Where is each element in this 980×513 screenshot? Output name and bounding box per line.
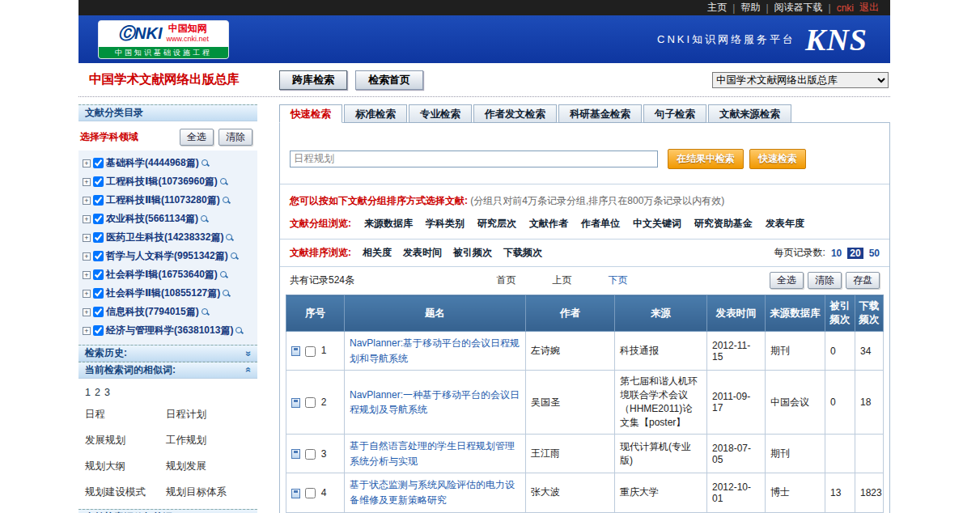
group-by-link[interactable]: 作者单位 xyxy=(581,217,620,231)
magnifier-icon[interactable] xyxy=(202,307,210,316)
save-rows-button[interactable]: 存盘 xyxy=(846,272,880,289)
category-checkbox[interactable] xyxy=(93,307,104,317)
row-checkbox[interactable] xyxy=(305,346,316,357)
category-checkbox[interactable] xyxy=(93,195,104,206)
expand-plus-icon[interactable]: + xyxy=(83,215,91,223)
result-source[interactable]: 第七届和谐人机环境联合学术会议（HHME2011)论文集【poster】 xyxy=(615,371,707,435)
group-by-link[interactable]: 学科类别 xyxy=(426,217,465,231)
tab-source-search[interactable]: 文献来源检索 xyxy=(708,104,791,123)
group-by-link[interactable]: 中文关键词 xyxy=(633,217,681,231)
pager-first[interactable]: 首页 xyxy=(497,273,516,287)
magnifier-icon[interactable] xyxy=(201,214,210,223)
group-by-link[interactable]: 研究层次 xyxy=(477,217,516,231)
category-item[interactable]: + 社会科学Ⅰ辑(16753640篇) xyxy=(78,265,257,284)
category-checkbox[interactable] xyxy=(93,269,104,280)
category-checkbox[interactable] xyxy=(93,288,104,299)
expand-plus-icon[interactable]: + xyxy=(83,197,91,205)
similar-word-link[interactable]: 规划大纲 xyxy=(85,460,166,473)
per-page-20[interactable]: 20 xyxy=(847,248,863,259)
magnifier-icon[interactable] xyxy=(223,196,231,205)
chevron-double-down-icon[interactable]: » xyxy=(241,351,257,356)
magnifier-icon[interactable] xyxy=(235,326,244,335)
category-label[interactable]: 农业科技(5661134篇) xyxy=(106,212,198,226)
category-item[interactable]: + 社会科学Ⅱ辑(10855127篇) xyxy=(78,284,257,303)
category-item[interactable]: + 农业科技(5661134篇) xyxy=(78,210,257,228)
similar-word-link[interactable]: 规划建设模式 xyxy=(85,485,166,499)
category-item[interactable]: + 哲学与人文科学(9951342篇) xyxy=(78,247,257,265)
cnki-logo[interactable]: ⒸNKI 中国知网 www.cnki.net 中国知识基础设施工程 xyxy=(98,20,229,59)
category-label[interactable]: 社会科学Ⅱ辑(10855127篇) xyxy=(106,286,220,300)
search-history-header[interactable]: 检索历史: » xyxy=(78,345,257,362)
result-author[interactable]: 左诗婉 xyxy=(526,332,615,371)
similar-word-link[interactable]: 工作规划 xyxy=(166,434,251,447)
magnifier-icon[interactable] xyxy=(223,289,231,298)
per-page-10[interactable]: 10 xyxy=(831,248,842,259)
select-all-rows-button[interactable]: 全选 xyxy=(770,272,804,289)
select-all-button[interactable]: 全选 xyxy=(180,129,214,146)
similar-word-link[interactable]: 规划发展 xyxy=(166,460,251,473)
result-author[interactable]: 王江雨 xyxy=(526,435,615,473)
clear-rows-button[interactable]: 清除 xyxy=(808,272,842,289)
expand-plus-icon[interactable]: + xyxy=(83,252,91,261)
home-link[interactable]: 主页 xyxy=(707,1,727,15)
category-label[interactable]: 工程科技Ⅱ辑(11073280篇) xyxy=(106,193,220,207)
logout-link[interactable]: 退出 xyxy=(859,1,879,15)
group-by-link[interactable]: 来源数据库 xyxy=(364,217,413,231)
quick-search-button[interactable]: 快速检索 xyxy=(749,149,806,169)
row-checkbox[interactable] xyxy=(305,488,316,498)
category-item[interactable]: + 工程科技Ⅰ辑(10736960篇) xyxy=(78,172,257,191)
sort-by-link[interactable]: 相关度 xyxy=(363,246,392,260)
category-label[interactable]: 哲学与人文科学(9951342篇) xyxy=(106,249,228,263)
pager-prev[interactable]: 上页 xyxy=(553,273,572,287)
category-item[interactable]: + 医药卫生科技(14238332篇) xyxy=(78,228,257,247)
category-label[interactable]: 社会科学Ⅰ辑(16753640篇) xyxy=(106,268,218,282)
save-record-icon[interactable] xyxy=(291,489,300,498)
save-record-icon[interactable] xyxy=(291,398,300,408)
sort-by-link[interactable]: 被引频次 xyxy=(453,246,492,260)
category-item[interactable]: + 基础科学(4444968篇) xyxy=(78,154,257,172)
category-item[interactable]: + 经济与管理科学(36381013篇) xyxy=(78,321,257,340)
category-label[interactable]: 信息科技(7794015篇) xyxy=(106,305,199,319)
magnifier-icon[interactable] xyxy=(231,252,240,261)
tab-fund-search[interactable]: 科研基金检索 xyxy=(558,104,642,123)
category-label[interactable]: 经济与管理科学(36381013篇) xyxy=(106,324,233,337)
category-item[interactable]: + 工程科技Ⅱ辑(11073280篇) xyxy=(78,191,257,210)
tab-author-search[interactable]: 作者发文检索 xyxy=(473,104,557,123)
magnifier-icon[interactable] xyxy=(220,177,229,186)
search-input[interactable] xyxy=(290,151,658,167)
tab-sentence-search[interactable]: 句子检索 xyxy=(643,104,706,123)
category-checkbox[interactable] xyxy=(93,214,104,224)
search-home-tab[interactable]: 检索首页 xyxy=(355,70,423,90)
similar-words-page-link[interactable]: 1 xyxy=(85,387,91,398)
reader-download-link[interactable]: 阅读器下载 xyxy=(774,1,823,15)
database-select[interactable]: 中国学术文献网络出版总库 xyxy=(712,72,889,88)
sort-by-link[interactable]: 发表时间 xyxy=(403,246,442,260)
pager-next[interactable]: 下页 xyxy=(609,273,628,287)
cnki-account-link[interactable]: cnki xyxy=(837,2,854,14)
result-source[interactable]: 重庆大学 xyxy=(615,473,707,512)
category-checkbox[interactable] xyxy=(93,251,104,261)
group-by-link[interactable]: 发表年度 xyxy=(766,217,804,231)
category-item[interactable]: + 信息科技(7794015篇) xyxy=(78,303,257,321)
sort-by-link[interactable]: 下载频次 xyxy=(503,246,542,260)
category-label[interactable]: 工程科技Ⅰ辑(10736960篇) xyxy=(106,175,218,189)
similar-words-page-link[interactable]: 2 xyxy=(95,387,100,398)
group-by-link[interactable]: 研究资助基金 xyxy=(694,217,753,231)
tab-standard-search[interactable]: 标准检索 xyxy=(344,104,407,123)
expand-plus-icon[interactable]: + xyxy=(83,290,91,298)
group-by-link[interactable]: 文献作者 xyxy=(529,217,568,231)
expand-plus-icon[interactable]: + xyxy=(83,178,91,186)
category-checkbox[interactable] xyxy=(93,232,104,243)
category-checkbox[interactable] xyxy=(93,325,104,336)
row-checkbox[interactable] xyxy=(305,449,316,460)
save-record-icon[interactable] xyxy=(291,449,300,459)
expand-plus-icon[interactable]: + xyxy=(83,327,91,335)
result-author[interactable]: 吴国圣 xyxy=(526,371,615,435)
result-title-link[interactable]: NavPlanner:基于移动平台的会议日程规划和导航系统 xyxy=(350,336,520,366)
category-checkbox[interactable] xyxy=(93,176,104,187)
magnifier-icon[interactable] xyxy=(202,159,210,167)
clear-button[interactable]: 清除 xyxy=(218,129,252,146)
result-source[interactable]: 科技通报 xyxy=(615,332,707,371)
related-words-header[interactable]: 当前检索词的相关词: » xyxy=(78,509,257,513)
similar-word-link[interactable]: 规划目标体系 xyxy=(166,485,251,499)
